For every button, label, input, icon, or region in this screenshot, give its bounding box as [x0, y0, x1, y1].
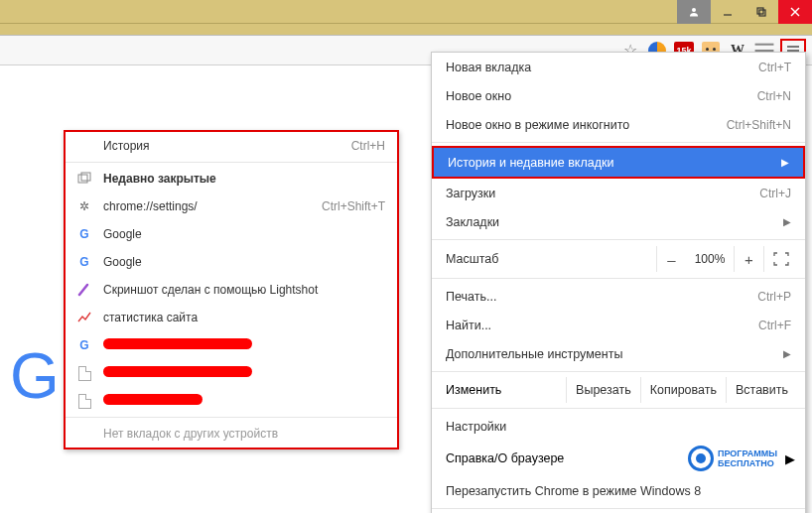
menu-label: Google — [103, 255, 385, 269]
menu-shortcut: Ctrl+F — [758, 319, 791, 332]
menu-relaunch[interactable]: Перезапустить Chrome в режиме Windows 8 — [432, 476, 805, 505]
history-entry[interactable]: статистика сайта — [66, 304, 397, 331]
fullscreen-button[interactable] — [763, 246, 797, 272]
menu-new-tab[interactable]: Новая вкладкаCtrl+T — [432, 53, 805, 81]
history-entry[interactable]: Скриншот сделан с помощью Lightshot — [66, 276, 397, 304]
submenu-arrow-icon: ▶ — [783, 216, 791, 227]
menu-downloads[interactable]: ЗагрузкиCtrl+J — [432, 179, 805, 207]
blank-icon — [75, 425, 93, 443]
redacted-label — [103, 366, 385, 380]
google-favicon: G — [75, 253, 93, 271]
main-menu: Новая вкладкаCtrl+T Новое окноCtrl+N Нов… — [431, 52, 806, 513]
menu-shortcut: Ctrl+J — [759, 187, 791, 200]
separator — [432, 142, 805, 143]
menu-about[interactable]: Справка/О браузере ПРОГРАММЫБЕСПЛАТНО ▶ — [432, 441, 805, 476]
separator — [432, 408, 805, 409]
menu-settings[interactable]: Настройки — [432, 412, 805, 441]
history-entry[interactable]: G — [66, 331, 397, 359]
menu-shortcut: Ctrl+N — [757, 89, 791, 103]
menu-bookmarks[interactable]: Закладки▶ — [432, 207, 805, 236]
zoom-value: 100% — [686, 252, 734, 266]
menu-label: Новая вкладка — [446, 61, 758, 74]
history-entry[interactable] — [66, 387, 397, 415]
cut-button[interactable]: Вырезать — [566, 377, 640, 403]
menu-find[interactable]: Найти...Ctrl+F — [432, 311, 805, 339]
zoom-in-button[interactable]: + — [734, 246, 763, 272]
tab-strip[interactable] — [0, 24, 812, 36]
svg-rect-12 — [78, 175, 87, 183]
logo-text: ПРОГРАММЫБЕСПЛАТНО — [718, 449, 777, 468]
menu-label: Новое окно — [446, 89, 757, 103]
google-logo-partial: G — [10, 339, 60, 413]
menu-more-tools[interactable]: Дополнительные инструменты▶ — [432, 339, 805, 368]
close-button[interactable] — [778, 0, 812, 24]
zoom-out-button[interactable]: – — [656, 246, 686, 272]
highlight-annotation: История и недавние вкладки▶ — [432, 146, 805, 179]
zoom-controls: – 100% + — [656, 246, 805, 272]
menu-print[interactable]: Печать...Ctrl+P — [432, 282, 805, 311]
menu-label: Нет вкладок с других устройств — [103, 427, 385, 441]
programs-free-logo: ПРОГРАММЫБЕСПЛАТНО — [688, 446, 777, 471]
svg-rect-13 — [81, 173, 90, 181]
page-icon — [75, 364, 93, 382]
menu-label: Загрузки — [446, 187, 759, 200]
menu-label: История и недавние вкладки — [448, 156, 773, 170]
menu-history[interactable]: История и недавние вкладки▶ — [434, 148, 803, 177]
menu-label: Дополнительные инструменты — [446, 347, 775, 361]
history-submenu: История Ctrl+H Недавно закрытые ✲ chrome… — [64, 130, 399, 449]
menu-label: статистика сайта — [103, 311, 385, 324]
restore-tab-item[interactable]: ✲ chrome://settings/ Ctrl+Shift+T — [66, 192, 397, 220]
separator — [432, 371, 805, 372]
menu-label: Google — [103, 227, 385, 241]
logo-icon — [688, 446, 714, 471]
redacted-label — [103, 338, 385, 352]
menu-incognito[interactable]: Новое окно в режиме инкогнитоCtrl+Shift+… — [432, 110, 805, 139]
window-titlebar — [0, 0, 812, 24]
menu-label: Справка/О браузере — [446, 451, 688, 465]
menu-label: Закладки — [446, 215, 775, 229]
svg-point-0 — [692, 8, 696, 12]
separator — [66, 162, 397, 163]
separator — [432, 278, 805, 279]
menu-label: Найти... — [446, 319, 758, 332]
svg-rect-3 — [759, 10, 765, 16]
menu-label: Настройки — [446, 420, 791, 434]
history-entry[interactable]: G Google — [66, 248, 397, 276]
menu-label: chrome://settings/ — [103, 199, 322, 213]
menu-label: Перезапустить Chrome в режиме Windows 8 — [446, 484, 791, 498]
recently-closed-header: Недавно закрытые — [66, 165, 397, 192]
separator — [432, 239, 805, 240]
page-icon — [75, 392, 93, 410]
menu-label: Масштаб — [446, 252, 656, 266]
separator — [432, 508, 805, 509]
submenu-arrow-icon: ▶ — [783, 348, 791, 359]
menu-label: Новое окно в режиме инкогнито — [446, 118, 727, 132]
menu-label: История — [103, 139, 351, 153]
gear-icon: ✲ — [75, 197, 93, 215]
menu-new-window[interactable]: Новое окноCtrl+N — [432, 81, 805, 110]
redacted-label — [103, 394, 385, 408]
copy-button[interactable]: Копировать — [640, 377, 726, 403]
menu-label: Печать... — [446, 290, 757, 304]
menu-shortcut: Ctrl+Shift+T — [322, 199, 385, 213]
google-favicon: G — [75, 336, 93, 354]
history-entry[interactable] — [66, 359, 397, 387]
menu-label: Скриншот сделан с помощью Lightshot — [103, 283, 385, 297]
menu-label: Недавно закрытые — [103, 172, 385, 186]
user-icon[interactable] — [677, 0, 711, 24]
minimize-button[interactable] — [711, 0, 744, 24]
lightshot-favicon — [75, 281, 93, 299]
menu-zoom: Масштаб – 100% + — [432, 243, 805, 275]
history-item[interactable]: История Ctrl+H — [66, 132, 397, 160]
svg-rect-2 — [757, 8, 763, 14]
no-other-devices: Нет вкладок с других устройств — [66, 420, 397, 448]
menu-edit-row: Изменить Вырезать Копировать Вставить — [432, 375, 805, 405]
google-favicon: G — [75, 225, 93, 243]
maximize-button[interactable] — [744, 0, 778, 24]
menu-shortcut: Ctrl+Shift+N — [727, 118, 791, 132]
menu-shortcut: Ctrl+H — [351, 139, 385, 153]
history-entry[interactable]: G Google — [66, 220, 397, 248]
paste-button[interactable]: Вставить — [726, 377, 797, 403]
submenu-arrow-icon: ▶ — [781, 157, 789, 168]
submenu-arrow-icon: ▶ — [785, 451, 795, 466]
